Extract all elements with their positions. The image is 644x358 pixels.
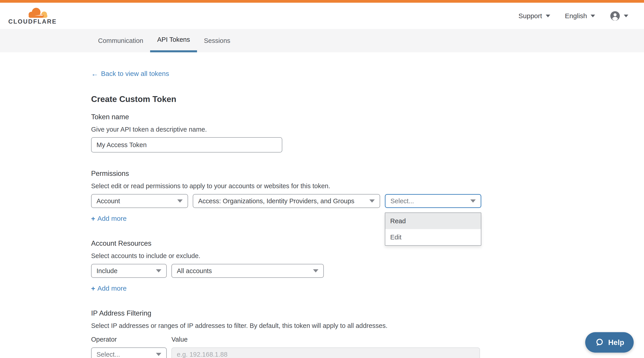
permissions-add-more-label: Add more (98, 215, 126, 222)
token-name-input[interactable] (91, 137, 282, 153)
token-name-section: Token name Give your API token a descrip… (91, 113, 553, 153)
permission-scope-value: Account (96, 197, 120, 205)
user-avatar-icon (610, 11, 620, 21)
permission-group-select[interactable]: Access: Organizations, Identity Provider… (193, 194, 380, 208)
caret-down-icon (177, 199, 183, 203)
cloudflare-cloud-icon (26, 7, 49, 19)
plus-icon: + (91, 215, 95, 222)
permission-access-select-wrap: Select... Read Edit (385, 194, 481, 208)
operator-label: Operator (91, 336, 172, 343)
caret-down-icon (156, 353, 161, 356)
caret-down-icon (313, 269, 318, 272)
ip-filtering-heading: IP Address Filtering (91, 309, 553, 317)
permissions-add-more-link[interactable]: + Add more (91, 215, 126, 222)
cloudflare-logo[interactable]: CLOUDFLARE (8, 7, 57, 25)
account-resources-add-more-link[interactable]: + Add more (91, 284, 126, 292)
account-resources-mode-select[interactable]: Include (91, 264, 167, 278)
permissions-section: Permissions Select edit or read permissi… (91, 170, 553, 222)
help-button[interactable]: Help (585, 332, 634, 352)
ip-filtering-section: IP Address Filtering Select IP addresses… (91, 309, 553, 358)
main-content: ← Back to view all tokens Create Custom … (91, 52, 553, 358)
permission-scope-select[interactable]: Account (91, 194, 188, 208)
chevron-down-icon (624, 15, 628, 17)
brand-accent-bar (0, 0, 644, 3)
header: CLOUDFLARE Support English (0, 3, 644, 29)
token-name-heading: Token name (91, 113, 553, 121)
dropdown-option-read[interactable]: Read (385, 213, 481, 229)
back-link-label: Back to view all tokens (101, 70, 169, 78)
account-menu[interactable] (610, 11, 628, 21)
support-menu[interactable]: Support (518, 12, 550, 20)
chat-bubble-icon (595, 338, 604, 347)
account-resources-add-more-label: Add more (98, 284, 126, 292)
access-dropdown-menu: Read Edit (385, 212, 481, 246)
account-resources-accounts-select[interactable]: All accounts (172, 264, 324, 278)
caret-down-icon (156, 269, 161, 272)
help-button-label: Help (608, 338, 624, 347)
permission-group-value: Access: Organizations, Identity Provider… (198, 197, 354, 205)
token-name-description: Give your API token a descriptive name. (91, 126, 553, 133)
caret-down-icon (369, 199, 375, 203)
value-label: Value (172, 336, 188, 343)
support-menu-label: Support (518, 12, 542, 20)
chevron-down-icon (546, 15, 550, 17)
back-to-tokens-link[interactable]: ← Back to view all tokens (91, 70, 169, 78)
chevron-down-icon (590, 15, 595, 17)
dropdown-option-edit[interactable]: Edit (385, 229, 481, 245)
account-resources-accounts-value: All accounts (177, 267, 212, 275)
plus-icon: + (91, 285, 95, 292)
permissions-heading: Permissions (91, 170, 553, 178)
cloudflare-logo-text: CLOUDFLARE (8, 18, 57, 25)
ip-value-input[interactable] (172, 347, 480, 358)
ip-operator-value: Select... (96, 351, 120, 358)
page-title: Create Custom Token (91, 95, 553, 104)
account-resources-description: Select accounts to include or exclude. (91, 252, 553, 260)
ip-filtering-description: Select IP addresses or ranges of IP addr… (91, 322, 553, 329)
language-menu-label: English (565, 12, 587, 20)
permission-access-value: Select... (390, 197, 414, 205)
back-arrow-icon: ← (91, 70, 98, 77)
tab-api-tokens[interactable]: API Tokens (150, 29, 197, 52)
profile-tabbar: Communication API Tokens Sessions (0, 29, 644, 52)
language-menu[interactable]: English (565, 12, 595, 20)
tab-sessions[interactable]: Sessions (197, 29, 238, 52)
tab-communication[interactable]: Communication (91, 29, 150, 52)
ip-operator-select[interactable]: Select... (91, 347, 167, 358)
permissions-description: Select edit or read permissions to apply… (91, 182, 553, 190)
header-menus: Support English (518, 11, 628, 21)
permission-access-select[interactable]: Select... (385, 194, 481, 208)
account-resources-section: Account Resources Select accounts to inc… (91, 239, 553, 292)
account-resources-heading: Account Resources (91, 239, 553, 247)
caret-down-icon (470, 199, 476, 203)
account-resources-mode-value: Include (96, 267, 118, 275)
